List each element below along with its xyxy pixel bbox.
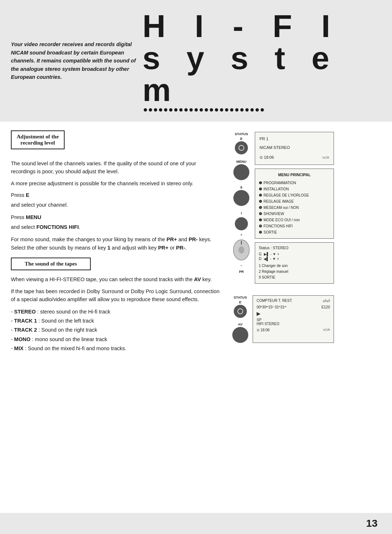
dots-row xyxy=(144,108,264,112)
nicam-label: NICAM STEREO xyxy=(260,145,329,151)
pr-plus-label: PR+ xyxy=(167,236,177,242)
menu-num-3: ❸ xyxy=(259,192,262,198)
tape-time: ⊙ 18:06 xyxy=(257,328,270,332)
tape-icon: ⏎⏎ xyxy=(323,299,330,304)
status-screen-title: Status : STEREO xyxy=(259,246,330,250)
dot xyxy=(200,108,203,112)
menu-text-9: SORTIE xyxy=(264,229,277,235)
tape-e120: E120 xyxy=(322,305,330,309)
menu-text-5: MESECAM oui / NON xyxy=(264,205,299,211)
menu-item-5: ❺ MESECAM oui / NON xyxy=(259,205,330,211)
dot xyxy=(256,108,259,112)
menu-text-7: MODE ECO OUI / non xyxy=(264,217,300,223)
one-button[interactable] xyxy=(235,217,248,230)
menu-text-4: REGLAGE IMAGE xyxy=(264,198,294,205)
pr-label: PR xyxy=(239,270,244,274)
svg-point-4 xyxy=(238,309,243,314)
menu-item-9: ❾ SORTIE xyxy=(259,229,330,235)
e-label-1: E xyxy=(240,137,242,141)
menu-text-2: INSTALLATION xyxy=(264,186,289,192)
plus-label: + xyxy=(240,232,242,237)
option-mix: - MIX : Sound on the mixed hi-fi and mon… xyxy=(11,344,221,353)
status-e-group-2: STATUS E xyxy=(234,295,247,318)
press-e-label: E xyxy=(26,192,29,198)
pr1-label: PR 1 xyxy=(260,136,329,142)
section-adjustment: Adjustment of the recording level The so… xyxy=(11,130,221,252)
track1-label: TRACK 1 xyxy=(14,318,37,324)
eight-button[interactable] xyxy=(233,190,249,206)
status-options: 1 Changer de son 2 Réglage manuel 9 SORT… xyxy=(259,263,330,280)
av-button[interactable] xyxy=(232,327,248,343)
option-track2: - TRACK 2 : Sound on the right track xyxy=(11,325,221,335)
menu-num-6: ❻ xyxy=(259,211,262,217)
menu-screen-title: MENU PRINCIPAL xyxy=(259,172,330,178)
dot xyxy=(210,108,213,112)
status-opt3: 9 SORTIE xyxy=(259,275,330,280)
adjustment-box: Adjustment of the recording level xyxy=(11,130,65,149)
time-line-1: ⊙ 18:06 VCR xyxy=(260,154,329,161)
mix-label: MIX xyxy=(14,345,24,351)
option-stereo: - STEREO : stereo sound on the Hi-fi tra… xyxy=(11,307,221,316)
mono-label: MONO xyxy=(14,336,30,342)
g-bar: ▶▌ - ▼ + xyxy=(264,252,279,256)
menu-num-8: ❽ xyxy=(259,223,262,229)
menu-item-8: ❽ FONCTIONS HIFI xyxy=(259,223,330,229)
menu-button[interactable] xyxy=(233,164,249,180)
controls-panel-1: STATUS E MENU xyxy=(232,132,250,284)
menu-num-9: ❾ xyxy=(259,229,262,235)
menu-item-7: ❼ MODE ECO OUI / non xyxy=(259,217,330,223)
e-button-2[interactable] xyxy=(234,305,247,318)
adjustment-title-line1: Adjustment of the xyxy=(17,134,59,140)
d-bar: ◀▌ - ▼ + xyxy=(264,257,279,261)
e-button[interactable] xyxy=(235,141,248,154)
level-row-d: D ◀▌ - ▼ + xyxy=(259,257,330,261)
right-col: STATUS E MENU xyxy=(232,130,334,353)
dot xyxy=(230,108,233,112)
menu-text-3: REGLAGE DE L'HORLOGE xyxy=(264,192,309,198)
tapes-title: The sound of the tapes xyxy=(19,261,83,267)
dot xyxy=(245,108,249,112)
hifi-title: H I - F I s y s t e m xyxy=(142,10,381,112)
level-row-g: G ▶▌ - ▼ + xyxy=(259,252,330,256)
menu-item-3: ❸ REGLAGE DE L'HORLOGE xyxy=(259,192,330,198)
dot xyxy=(220,108,223,112)
tape-time-values: 00ʰ30ᵐ15ˢ 01ʰ31ᵐ xyxy=(257,305,286,309)
dot xyxy=(235,108,238,112)
status-screen: Status : STEREO G ▶▌ - ▼ + D ◀▌ - ▼ + xyxy=(255,242,334,284)
option-mono: - MONO : mono sound on the linear track xyxy=(11,335,221,344)
vcr-label-1: VCR xyxy=(322,155,329,160)
key-1-label: 1 xyxy=(107,245,110,251)
counter-row: COMPTEUR T. REST. ⏎⏎ xyxy=(257,299,330,304)
left-col: Adjustment of the recording level The so… xyxy=(11,130,221,353)
minus-label: – xyxy=(240,263,242,267)
menu-screen: MENU PRINCIPAL ❶ PROGRAMMATION ❷ INSTALL… xyxy=(255,169,334,239)
section1-body1: The sound level of the channels varies. … xyxy=(11,159,221,176)
bottom-band: 13 xyxy=(0,513,392,534)
right-upper-group: STATUS E MENU xyxy=(232,132,334,284)
page: Your video recorder receives and records… xyxy=(0,0,392,534)
one-label: I xyxy=(241,211,242,215)
d-label: D xyxy=(259,257,261,261)
dot xyxy=(154,108,157,112)
dot xyxy=(144,108,147,112)
pr-minus2-label: PR- xyxy=(176,245,185,251)
status-opt1: 1 Changer de son xyxy=(259,263,330,269)
menu-num-2: ❷ xyxy=(259,186,262,192)
circle-icon xyxy=(238,145,244,151)
av-key-label: AV xyxy=(194,276,201,282)
svg-point-2 xyxy=(238,246,244,254)
dot xyxy=(159,108,162,112)
section-tapes: The sound of the tapes When viewing a HI… xyxy=(11,258,221,353)
track2-label: TRACK 2 xyxy=(14,327,37,333)
section1-body3: For mono sound, make the changes to your… xyxy=(11,235,221,252)
status-label-1: STATUS xyxy=(235,132,248,136)
sp-label: SP xyxy=(257,318,261,322)
tape-screen: COMPTEUR T. REST. ⏎⏎ 00ʰ30ᵐ15ˢ 01ʰ31ᵐ E1… xyxy=(253,295,334,343)
menu-item-4: ❹ REGLAGE IMAGE xyxy=(259,198,330,205)
pr1-screen: PR 1 NICAM STEREO ⊙ 18:06 VCR xyxy=(255,132,334,165)
menu-num-7: ❼ xyxy=(259,217,262,223)
dot xyxy=(174,108,177,112)
dot xyxy=(189,108,193,112)
menu-label-1: MENU xyxy=(236,159,246,163)
dot xyxy=(179,108,183,112)
